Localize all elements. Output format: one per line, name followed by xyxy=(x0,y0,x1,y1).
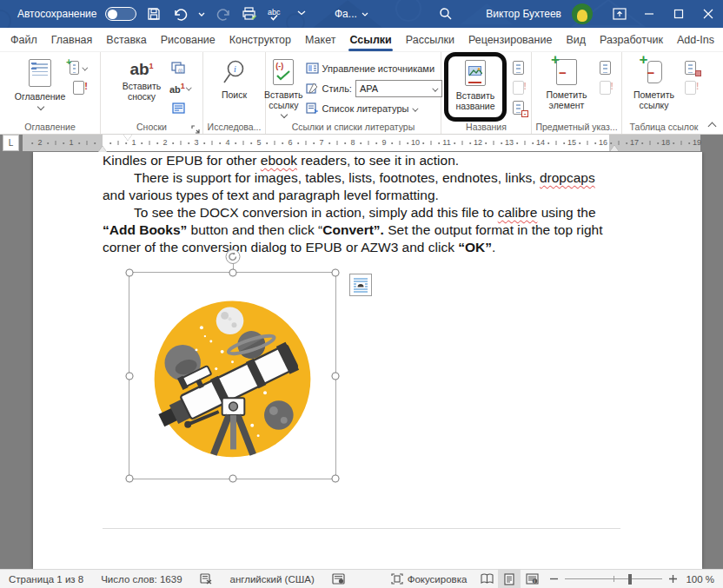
page-indicator[interactable]: Страница 1 из 8 xyxy=(0,570,92,588)
bibliography-button[interactable]: Список литературы xyxy=(306,100,442,117)
document-title-chevron-icon[interactable] xyxy=(362,12,368,17)
selection-handle[interactable] xyxy=(332,269,340,277)
ruler-tick xyxy=(375,142,377,144)
selection-handle[interactable] xyxy=(126,372,134,380)
read-mode-button[interactable] xyxy=(475,570,498,588)
group-label-toc: Оглавление xyxy=(0,122,100,132)
undo-dropdown-icon[interactable] xyxy=(197,5,206,23)
layout-options-button[interactable] xyxy=(349,274,372,296)
update-table-of-figures-icon: ! xyxy=(509,80,527,96)
svg-text:i: i xyxy=(534,578,534,584)
print-icon[interactable] xyxy=(241,5,258,23)
minimize-button[interactable] xyxy=(634,0,664,28)
macro-record-icon[interactable] xyxy=(323,570,354,588)
ruler-tick xyxy=(118,141,119,145)
zoom-track[interactable] xyxy=(565,578,662,579)
user-avatar[interactable] xyxy=(572,3,593,24)
misspelled-word: ebook xyxy=(261,153,297,168)
word-count[interactable]: Число слов: 1639 xyxy=(92,570,190,588)
mark-citation-button[interactable]: + − Пометить ссылку xyxy=(629,56,680,118)
smart-lookup-icon: i xyxy=(222,59,247,85)
insert-endnote-icon[interactable]: (i) xyxy=(169,60,187,76)
ruler-tick xyxy=(587,141,588,145)
proofing-errors-icon[interactable] xyxy=(191,570,222,588)
language-indicator[interactable]: английский (США) xyxy=(222,570,323,588)
search-icon[interactable] xyxy=(437,5,454,23)
tab-рисование[interactable]: Рисование xyxy=(154,30,222,50)
footnote-icon: ab1 xyxy=(129,59,153,76)
tab-макет[interactable]: Макет xyxy=(298,30,342,50)
tab-рассылки[interactable]: Рассылки xyxy=(399,30,461,50)
selected-image[interactable] xyxy=(129,272,336,479)
tab-вид[interactable]: Вид xyxy=(559,30,593,50)
ribbon-display-options-icon[interactable] xyxy=(605,0,634,28)
mark-entry-button[interactable]: + − Пометить элемент xyxy=(540,56,594,118)
search-research-button[interactable]: i Поиск xyxy=(210,56,259,118)
insert-table-of-figures-icon[interactable] xyxy=(509,60,527,76)
insert-table-of-authorities-icon[interactable] xyxy=(682,60,700,76)
selection-handle[interactable] xyxy=(332,475,340,483)
ruler-number: 2 xyxy=(37,138,42,147)
document-page[interactable]: Kindles or EPUB for other ebook readers,… xyxy=(33,152,702,569)
save-icon[interactable] xyxy=(145,5,163,23)
style-combobox[interactable]: APA xyxy=(355,80,442,97)
insert-index-icon[interactable] xyxy=(596,60,614,76)
maximize-button[interactable] xyxy=(664,0,693,28)
selection-handle[interactable] xyxy=(229,269,236,277)
undo-icon[interactable] xyxy=(171,5,189,23)
bibliography-label: Список литературы xyxy=(322,103,409,114)
spelling-icon[interactable]: abc xyxy=(267,5,284,23)
insert-citation-button[interactable]: (-) Вставить ссылку xyxy=(264,56,303,118)
toc-button[interactable]: Оглавление xyxy=(13,56,67,118)
tab-вставка[interactable]: Вставка xyxy=(99,30,153,50)
zoom-knob[interactable] xyxy=(628,574,632,585)
selection-handle[interactable] xyxy=(229,475,236,483)
ruler-tick xyxy=(407,142,408,144)
zoom-slider[interactable] xyxy=(543,575,684,583)
close-button[interactable] xyxy=(693,0,723,28)
focus-mode-button[interactable]: Фокусировка xyxy=(382,570,476,588)
customize-quick-access-icon[interactable] xyxy=(293,5,310,23)
mark-entry-icon: + − xyxy=(556,59,577,85)
show-notes-icon[interactable] xyxy=(169,100,187,116)
tab-add-ins[interactable]: Add-Ins xyxy=(670,30,721,50)
user-name[interactable]: Виктор Бухтеев xyxy=(486,8,561,20)
tab-главная[interactable]: Главная xyxy=(44,30,100,50)
paragraph[interactable]: There is support for images, tables, lis… xyxy=(103,169,620,204)
manage-sources-button[interactable]: Управление источниками xyxy=(306,60,442,77)
print-layout-button[interactable] xyxy=(498,570,521,588)
update-toc-icon[interactable]: ! xyxy=(70,80,87,96)
zoom-in-icon[interactable] xyxy=(669,575,677,583)
ruler-tick xyxy=(275,141,275,145)
tab-stop-selector[interactable]: L xyxy=(3,135,19,151)
horizontal-ruler[interactable]: 2112345678910111213141516171819 xyxy=(23,135,700,151)
next-footnote-icon[interactable]: ab1 xyxy=(169,80,187,96)
collapse-ribbon-icon[interactable] xyxy=(707,120,716,129)
cross-reference-icon[interactable]: - xyxy=(509,100,527,116)
bibliography-icon xyxy=(306,102,319,115)
selection-handle[interactable] xyxy=(332,372,340,380)
tab-конструктор[interactable]: Конструктор xyxy=(222,30,298,50)
autosave-toggle[interactable] xyxy=(105,7,136,21)
tab-ссылки[interactable]: Ссылки xyxy=(342,30,398,50)
web-layout-button[interactable]: i xyxy=(521,570,543,588)
tab-разработчик[interactable]: Разработчик xyxy=(593,30,670,50)
insert-caption-button[interactable]: Вставить название xyxy=(448,56,502,117)
hanging-indent-marker[interactable] xyxy=(98,146,107,152)
ribbon-group-citations: (-) Вставить ссылку Управление источника… xyxy=(266,52,441,134)
zoom-percentage[interactable]: 100 % xyxy=(684,574,723,585)
insert-footnote-button[interactable]: ab1 Вставить сноску xyxy=(116,56,167,118)
rotate-handle[interactable] xyxy=(225,249,240,264)
tab-рецензирование[interactable]: Рецензирование xyxy=(461,30,560,50)
right-indent-marker[interactable] xyxy=(610,145,619,151)
paragraph[interactable]: To see the DOCX conversion in action, si… xyxy=(103,204,620,256)
document-title[interactable]: Фа... xyxy=(335,8,357,20)
tab-файл[interactable]: Файл xyxy=(3,30,44,50)
ruler-tick xyxy=(525,141,526,145)
selection-handle[interactable] xyxy=(126,269,134,277)
misspelled-word: dropcaps xyxy=(540,170,595,185)
zoom-out-icon[interactable] xyxy=(550,575,558,583)
add-text-icon[interactable]: + xyxy=(70,60,87,76)
selection-handle[interactable] xyxy=(126,475,134,483)
paragraph[interactable]: Kindles or EPUB for other ebook readers,… xyxy=(103,152,620,169)
